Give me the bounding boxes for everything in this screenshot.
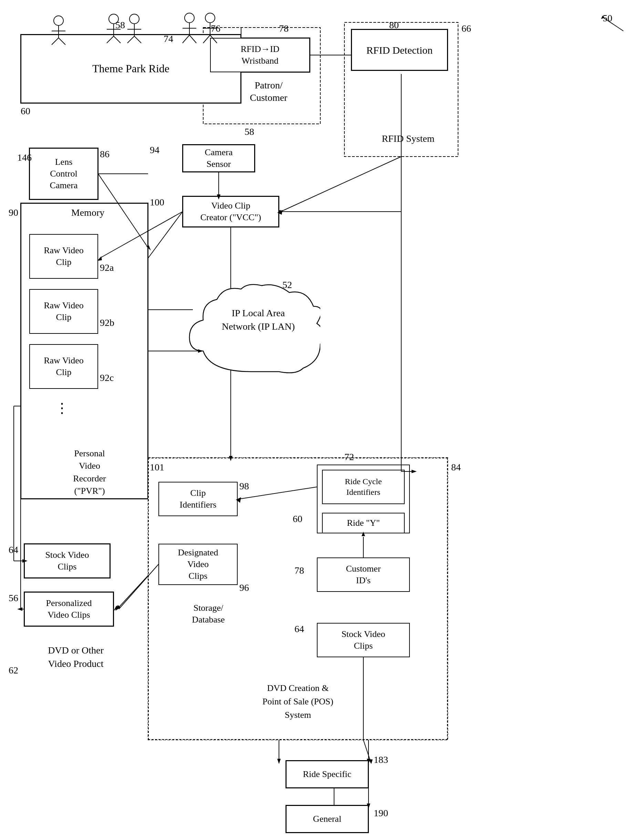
stock-video-clips-left-box: Stock VideoClips <box>24 544 110 578</box>
ride-figures <box>28 10 252 48</box>
raw-video-clip-3-box: Raw VideoClip <box>29 344 98 389</box>
ref-190: 190 <box>373 807 388 819</box>
ref-58-bottom: 58 <box>245 126 254 138</box>
ref-60-ride: 60 <box>21 105 30 117</box>
customer-ids-box: CustomerID's <box>317 557 410 592</box>
ref-98: 98 <box>239 480 249 493</box>
svg-point-77 <box>185 13 194 23</box>
svg-point-82 <box>205 13 215 23</box>
pvr-label: PersonalVideoRecorder("PVR") <box>28 447 152 497</box>
ref-183: 183 <box>373 754 388 766</box>
ride-specific-box: Ride Specific <box>286 761 369 788</box>
rfid-system-label: RFID System <box>355 133 462 145</box>
ref-62: 62 <box>9 664 18 677</box>
ref-86: 86 <box>100 148 109 160</box>
ref-72: 72 <box>344 451 354 463</box>
ref-92c: 92c <box>100 372 114 384</box>
ref-94: 94 <box>150 144 160 156</box>
camera-sensor-box: CameraSensor <box>182 145 255 172</box>
dvd-product-label: DVD or OtherVideo Product <box>14 644 138 670</box>
svg-line-35 <box>148 212 182 258</box>
ref-101: 101 <box>150 461 164 474</box>
storage-database-label: Storage/Database <box>158 602 258 625</box>
ride-cycle-identifiers-box: Ride CycleIdentifiers <box>322 470 405 504</box>
svg-marker-53 <box>277 759 281 764</box>
ref-50-arrow <box>596 14 630 35</box>
ref-84: 84 <box>451 461 461 474</box>
ref-78-bottom: 78 <box>294 564 304 577</box>
ip-lan-label: IP Local AreaNetwork (IP LAN) <box>196 306 320 333</box>
svg-point-67 <box>109 14 119 24</box>
ref-52: 52 <box>282 279 292 291</box>
designated-video-clips-box: DesignatedVideoClips <box>158 544 237 585</box>
vcc-box: Video ClipCreator ("VCC") <box>182 196 279 227</box>
svg-line-76 <box>135 36 141 43</box>
svg-line-81 <box>190 35 196 43</box>
ref-92a: 92a <box>100 262 114 274</box>
svg-line-70 <box>107 36 114 43</box>
svg-marker-108 <box>369 759 373 764</box>
svg-line-75 <box>127 36 135 43</box>
svg-line-107 <box>363 740 370 761</box>
svg-line-65 <box>52 38 59 45</box>
svg-marker-47 <box>114 606 119 611</box>
ref-78-top: 78 <box>279 22 289 35</box>
ref-92b: 92b <box>100 317 114 329</box>
raw-video-clip-2-box: Raw VideoClip <box>29 289 98 334</box>
ref-64-right: 64 <box>294 623 304 635</box>
ref-90: 90 <box>9 207 18 219</box>
ref-80: 80 <box>389 19 399 31</box>
svg-line-60 <box>603 17 624 31</box>
patron-customer-label: Patron/Customer <box>220 79 317 104</box>
svg-line-85 <box>203 35 210 43</box>
clip-identifiers-box: ClipIdentifiers <box>158 482 237 516</box>
svg-marker-43 <box>17 607 22 611</box>
dots-indicator: ⋮ <box>55 399 69 417</box>
ride-y-box: Ride "Y" <box>322 513 405 534</box>
svg-point-62 <box>54 16 63 25</box>
stock-video-clips-right-box: Stock VideoClips <box>317 623 410 657</box>
ref-146: 146 <box>17 152 32 164</box>
ref-60-inner: 60 <box>293 513 302 525</box>
ref-100: 100 <box>150 196 164 208</box>
lens-control-camera-box: LensControlCamera <box>29 148 98 200</box>
ref-64-left: 64 <box>9 544 18 556</box>
dvd-creation-label: DVD Creation &Point of Sale (POS)System <box>152 681 444 722</box>
svg-marker-112 <box>116 605 120 611</box>
svg-line-80 <box>182 35 190 43</box>
svg-line-71 <box>114 36 120 43</box>
diagram: 50 Theme Park Ride 60 58 Patron/Customer… <box>0 0 633 840</box>
memory-label: Memory <box>45 207 131 219</box>
ref-96: 96 <box>239 581 249 594</box>
ref-56: 56 <box>9 592 18 604</box>
svg-line-66 <box>59 38 65 45</box>
raw-video-clip-1-box: Raw VideoClip <box>29 234 98 279</box>
svg-point-72 <box>130 14 139 24</box>
svg-line-86 <box>210 35 217 43</box>
ref-66: 66 <box>462 22 471 35</box>
svg-line-88 <box>281 156 401 212</box>
rfid-detection-box: RFID Detection <box>351 29 448 71</box>
personalized-video-clips-box: PersonalizedVideo Clips <box>24 592 114 626</box>
general-box: General <box>286 805 369 833</box>
